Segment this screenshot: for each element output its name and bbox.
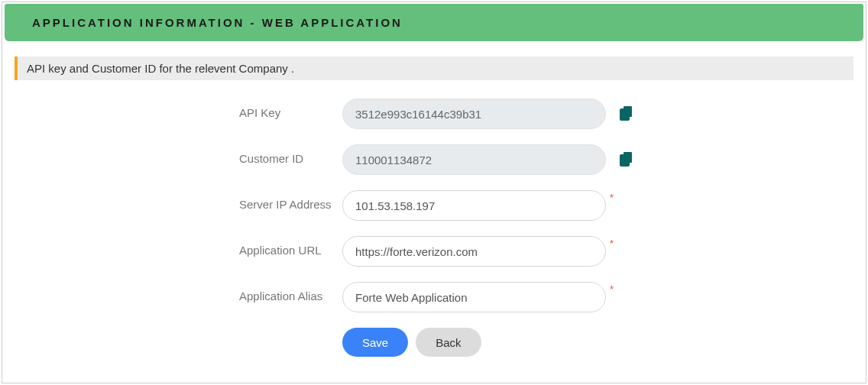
back-button[interactable]: Back [416, 328, 481, 357]
label-app-alias: Application Alias [239, 282, 342, 304]
header-banner: APPLICATION INFORMATION - WEB APPLICATIO… [5, 4, 863, 41]
app-alias-field[interactable] [342, 282, 606, 312]
required-indicator: * [610, 283, 614, 295]
api-key-field[interactable] [342, 99, 606, 129]
button-row: Save Back [342, 328, 866, 357]
row-app-alias: Application Alias * [2, 282, 866, 312]
customer-id-field[interactable] [342, 144, 606, 175]
label-customer-id: Customer ID [239, 144, 342, 167]
field-wrap-customer-id [342, 144, 633, 175]
info-bar-text: API key and Customer ID for the relevent… [27, 62, 294, 75]
svg-rect-2 [620, 109, 629, 120]
page-title: APPLICATION INFORMATION - WEB APPLICATIO… [32, 16, 836, 29]
copy-icon[interactable] [620, 106, 633, 121]
field-wrap-api-key [342, 99, 633, 129]
field-wrap-app-alias: * [342, 282, 606, 312]
label-api-key: API Key [239, 99, 342, 121]
required-indicator: * [610, 192, 614, 203]
row-customer-id: Customer ID [2, 144, 866, 175]
row-api-key: API Key [2, 99, 866, 129]
save-button[interactable]: Save [342, 328, 408, 357]
field-wrap-app-url: * [342, 236, 606, 267]
app-url-field[interactable] [342, 236, 606, 267]
row-app-url: Application URL * [2, 236, 866, 267]
copy-icon[interactable] [620, 152, 633, 167]
form-area: API Key Customer ID [2, 80, 866, 357]
label-app-url: Application URL [239, 236, 342, 258]
app-container: APPLICATION INFORMATION - WEB APPLICATIO… [2, 2, 866, 383]
label-server-ip: Server IP Address [239, 190, 342, 212]
info-bar: API key and Customer ID for the relevent… [15, 57, 853, 80]
row-server-ip: Server IP Address * [2, 190, 866, 221]
field-wrap-server-ip: * [342, 190, 606, 221]
svg-rect-5 [620, 155, 629, 166]
required-indicator: * [610, 238, 614, 249]
server-ip-field[interactable] [342, 190, 606, 221]
